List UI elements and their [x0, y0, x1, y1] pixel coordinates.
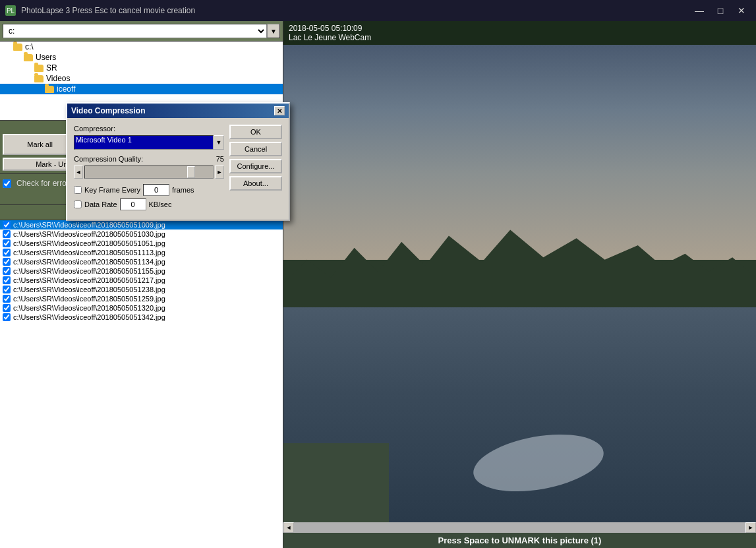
- file-list-item[interactable]: c:\Users\SR\Videos\iceoff\20180505051030…: [0, 229, 283, 239]
- drive-dropdown[interactable]: c:: [3, 24, 267, 38]
- scroll-right-button[interactable]: ►: [745, 522, 756, 533]
- file-checkbox[interactable]: [3, 304, 11, 312]
- tree-item-sr[interactable]: SR: [0, 63, 283, 73]
- file-list-item[interactable]: c:\Users\SR\Videos\iceoff\20180505051009…: [0, 220, 283, 229]
- right-panel: 2018-05-05 05:10:09 Lac Le Jeune WebCam …: [283, 21, 756, 548]
- file-path: c:\Users\SR\Videos\iceoff\20180505051342…: [13, 313, 165, 321]
- file-checkbox[interactable]: [3, 249, 11, 257]
- quality-slider-row: ◄ ►: [74, 166, 224, 179]
- file-list-item[interactable]: c:\Users\SR\Videos\iceoff\20180505051320…: [0, 303, 283, 313]
- compressor-row: Microsoft Video 1 ▼: [74, 135, 224, 150]
- quality-slider[interactable]: [84, 166, 214, 179]
- ice-patch: [469, 425, 608, 501]
- minimize-button[interactable]: —: [690, 3, 709, 18]
- drive-selector: c: ▼: [0, 21, 283, 42]
- folder-icon: [24, 54, 33, 61]
- configure-button[interactable]: Configure...: [229, 159, 282, 173]
- dialog-title: Video Compression: [71, 106, 145, 115]
- compressor-value: Microsoft Video 1: [76, 136, 132, 144]
- quality-label-row: Compression Quality: 75: [74, 155, 224, 163]
- cancel-button[interactable]: Cancel: [229, 142, 282, 156]
- dialog-form: Compressor: Microsoft Video 1 ▼ Compress…: [74, 125, 224, 213]
- drive-dropdown-button[interactable]: ▼: [267, 24, 280, 38]
- slider-right-button[interactable]: ►: [215, 166, 224, 179]
- compressor-dropdown-button[interactable]: ▼: [214, 135, 224, 150]
- file-checkbox[interactable]: [3, 230, 11, 238]
- app-title: PhotoLapse 3 Press Esc to cancel movie c…: [21, 6, 195, 15]
- keyframe-input[interactable]: [143, 184, 169, 196]
- dialog-buttons: OK Cancel Configure... About...: [229, 125, 282, 213]
- keyframe-label: Key Frame Every: [84, 186, 140, 194]
- file-checkbox[interactable]: [3, 221, 11, 229]
- keyframe-unit: frames: [172, 186, 194, 194]
- folder-icon: [13, 44, 22, 51]
- file-list-item[interactable]: c:\Users\SR\Videos\iceoff\20180505051238…: [0, 285, 283, 294]
- dialog-body: Compressor: Microsoft Video 1 ▼ Compress…: [67, 118, 289, 220]
- about-button[interactable]: About...: [229, 176, 282, 191]
- file-list-item[interactable]: c:\Users\SR\Videos\iceoff\20180505051259…: [0, 294, 283, 303]
- file-checkbox[interactable]: [3, 276, 11, 284]
- file-list-item[interactable]: c:\Users\SR\Videos\iceoff\20180505051217…: [0, 276, 283, 285]
- dialog-close-button[interactable]: ✕: [274, 106, 285, 115]
- file-path: c:\Users\SR\Videos\iceoff\20180505051009…: [13, 221, 165, 229]
- sky: [283, 45, 756, 260]
- file-path: c:\Users\SR\Videos\iceoff\20180505051113…: [13, 249, 165, 257]
- check-errors-checkbox[interactable]: [3, 179, 11, 188]
- quality-value: 75: [216, 155, 224, 163]
- building: [283, 443, 389, 522]
- close-button[interactable]: ✕: [732, 3, 751, 18]
- file-list-item[interactable]: c:\Users\SR\Videos\iceoff\20180505051342…: [0, 313, 283, 322]
- tree-item-users[interactable]: Users: [0, 52, 283, 63]
- file-list-item[interactable]: c:\Users\SR\Videos\iceoff\20180505051134…: [0, 257, 283, 266]
- file-checkbox[interactable]: [3, 313, 11, 321]
- datarate-input[interactable]: [120, 198, 146, 210]
- file-list-item[interactable]: c:\Users\SR\Videos\iceoff\20180505051113…: [0, 248, 283, 257]
- file-checkbox[interactable]: [3, 295, 11, 303]
- compressor-label: Compressor:: [74, 125, 224, 133]
- file-list: c:\Users\SR\Videos\iceoff\20180505051009…: [0, 220, 283, 548]
- ok-button[interactable]: OK: [229, 125, 282, 139]
- image-info: 2018-05-05 05:10:09 Lac Le Jeune WebCam: [283, 21, 756, 45]
- slider-left-button[interactable]: ◄: [74, 166, 83, 179]
- title-bar: PL PhotoLapse 3 Press Esc to cancel movi…: [0, 0, 756, 21]
- scroll-left-button[interactable]: ◄: [283, 522, 294, 533]
- datarate-checkbox[interactable]: [74, 200, 82, 208]
- file-list-item[interactable]: c:\Users\SR\Videos\iceoff\20180505051051…: [0, 239, 283, 248]
- file-path: c:\Users\SR\Videos\iceoff\20180505051051…: [13, 239, 165, 247]
- datarate-unit: KB/sec: [149, 200, 172, 208]
- folder-icon: [34, 75, 44, 82]
- tree-item-iceoff[interactable]: iceoff: [0, 84, 283, 94]
- datarate-label: Data Rate: [84, 200, 117, 208]
- status-text: Press Space to UNMARK this picture (1): [438, 535, 602, 545]
- keyframe-checkbox[interactable]: [74, 186, 82, 194]
- image-location: Lac Le Jeune WebCam: [289, 33, 751, 42]
- quality-label: Compression Quality:: [74, 155, 143, 163]
- tree-item-videos[interactable]: Videos: [0, 73, 283, 84]
- file-checkbox[interactable]: [3, 258, 11, 266]
- maximize-button[interactable]: □: [711, 3, 730, 18]
- file-path: c:\Users\SR\Videos\iceoff\20180505051320…: [13, 304, 165, 312]
- file-path: c:\Users\SR\Videos\iceoff\20180505051259…: [13, 295, 165, 303]
- keyframe-row: Key Frame Every frames: [74, 184, 224, 196]
- horizontal-scrollbar: ◄ ►: [283, 522, 756, 533]
- lake-image: [283, 45, 756, 522]
- file-path: c:\Users\SR\Videos\iceoff\20180505051217…: [13, 276, 165, 284]
- file-checkbox[interactable]: [3, 239, 11, 247]
- file-path: c:\Users\SR\Videos\iceoff\20180505051238…: [13, 286, 165, 293]
- video-compression-dialog: Video Compression ✕ Compressor: Microsof…: [66, 102, 290, 221]
- folder-icon: [34, 65, 44, 72]
- dialog-titlebar: Video Compression ✕: [67, 104, 289, 118]
- file-checkbox[interactable]: [3, 286, 11, 293]
- compressor-select[interactable]: Microsoft Video 1: [74, 135, 214, 150]
- file-list-item[interactable]: c:\Users\SR\Videos\iceoff\20180505051155…: [0, 266, 283, 276]
- image-area: [283, 45, 756, 522]
- tree-item-c-root[interactable]: c:\: [0, 42, 283, 52]
- folder-icon: [45, 86, 54, 93]
- scroll-track[interactable]: [294, 522, 745, 533]
- file-checkbox[interactable]: [3, 267, 11, 275]
- app-icon: PL: [5, 5, 16, 16]
- left-panel: c: ▼ c:\ Users SR Videos: [0, 21, 283, 548]
- file-path: c:\Users\SR\Videos\iceoff\20180505051134…: [13, 258, 165, 266]
- slider-thumb[interactable]: [187, 166, 195, 178]
- status-bar: Press Space to UNMARK this picture (1): [283, 533, 756, 548]
